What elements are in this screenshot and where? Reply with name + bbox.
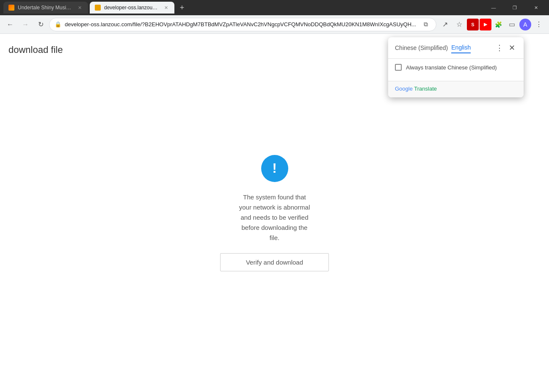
verify-download-button[interactable]: Verify and download	[220, 253, 329, 271]
copy-address-button[interactable]: ⧉	[421, 19, 431, 30]
maximize-button[interactable]: ❐	[505, 0, 524, 15]
tab-dev[interactable]: developer-oss.lanzouc.com/file/ ✕	[90, 2, 174, 14]
translate-header: Chinese (Simplified) English ⋮ ✕	[388, 37, 524, 59]
address-bar[interactable]: 🔒 developer-oss.lanzouc.com/file/?B2EHOV…	[49, 18, 436, 31]
address-text: developer-oss.lanzouc.com/file/?B2EHOVpr…	[65, 21, 417, 28]
extensions-puzzle-icon[interactable]: 🧩	[492, 19, 504, 30]
back-button[interactable]: ←	[3, 18, 17, 31]
close-button[interactable]: ✕	[526, 0, 546, 15]
tab-close-undertale[interactable]: ✕	[76, 4, 83, 11]
translate-footer: Google Translate	[388, 81, 524, 97]
lock-icon: 🔒	[55, 21, 61, 28]
tab-title-dev: developer-oss.lanzouc.com/file/	[104, 5, 159, 11]
forward-button[interactable]: →	[19, 18, 32, 31]
google-text: Google	[395, 86, 413, 92]
translate-close-button[interactable]: ✕	[507, 43, 517, 53]
google-translate-label: Google Translate	[395, 86, 437, 92]
warning-icon: !	[261, 155, 288, 182]
warning-message: The system found that your network is ab…	[239, 192, 310, 243]
extension-s-icon[interactable]: S	[467, 19, 479, 30]
menu-button[interactable]: ⋮	[532, 18, 546, 31]
window-controls: — ❐ ✕	[484, 0, 546, 15]
page-title: download file	[8, 44, 63, 55]
toolbar-actions: ↗ ☆ S ▶ 🧩 ▭ A ⋮	[438, 18, 546, 31]
title-bar: Undertale Shiny Music(include s ✕ develo…	[0, 0, 549, 15]
reload-button[interactable]: ↻	[34, 18, 47, 31]
exclamation-mark: !	[272, 160, 277, 176]
toolbar: ← → ↻ 🔒 developer-oss.lanzouc.com/file/?…	[0, 15, 549, 34]
browser-frame: Undertale Shiny Music(include s ✕ develo…	[0, 0, 549, 392]
new-tab-button[interactable]: +	[176, 2, 188, 14]
message-line4: before downloading the	[242, 224, 308, 231]
tab-undertale[interactable]: Undertale Shiny Music(include s ✕	[3, 2, 88, 14]
profile-button[interactable]: A	[519, 19, 531, 30]
always-translate-label: Always translate Chinese (Simplified)	[406, 64, 497, 71]
translate-popup: Chinese (Simplified) English ⋮ ✕ Always …	[388, 37, 524, 97]
message-line2: your network is abnormal	[239, 204, 310, 211]
minimize-button[interactable]: —	[484, 0, 503, 15]
lang-to-tab[interactable]: English	[451, 42, 471, 53]
tab-close-dev[interactable]: ✕	[163, 4, 169, 11]
share-button[interactable]: ↗	[438, 18, 452, 31]
lang-from-tab[interactable]: Chinese (Simplified)	[395, 43, 448, 53]
sidebar-button[interactable]: ▭	[505, 18, 519, 31]
translate-text: Translate	[414, 86, 437, 92]
tab-favicon-undertale	[8, 5, 14, 11]
extension-yt-icon[interactable]: ▶	[480, 19, 491, 30]
translate-options-button[interactable]: ⋮	[496, 43, 503, 52]
tab-favicon-dev	[95, 5, 101, 11]
message-line3: and needs to be verified	[240, 214, 308, 221]
message-line5: file.	[270, 234, 279, 241]
always-translate-checkbox[interactable]	[395, 64, 402, 71]
page-content: download file ! The system found that yo…	[0, 34, 549, 392]
tab-title-undertale: Undertale Shiny Music(include s	[18, 5, 73, 11]
always-translate-row: Always translate Chinese (Simplified)	[395, 64, 517, 71]
translate-body: Always translate Chinese (Simplified)	[388, 59, 524, 81]
bookmark-button[interactable]: ☆	[452, 18, 466, 31]
message-line1: The system found that	[243, 193, 306, 201]
